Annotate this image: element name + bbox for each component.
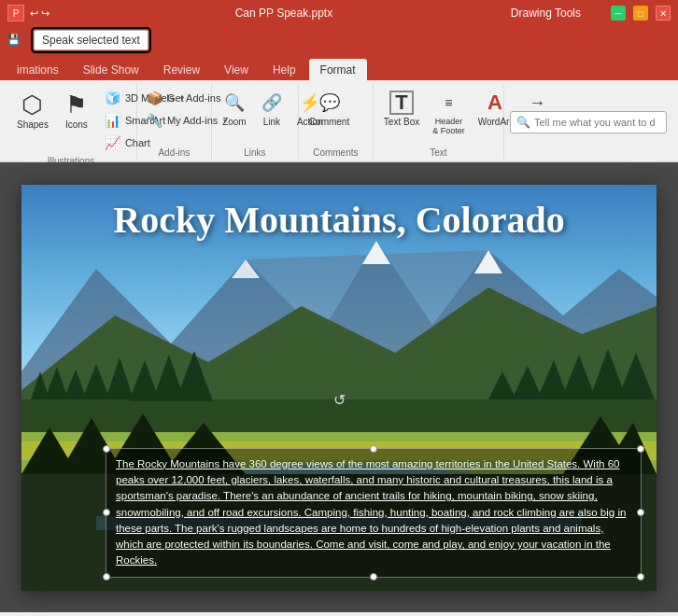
- ribbon-search-area: 🔍: [504, 84, 672, 160]
- link-button[interactable]: 🔗 Link: [255, 88, 289, 130]
- title-bar: P ↩ ↪ Can PP Speak.pptx Drawing Tools ─ …: [0, 0, 678, 26]
- slide-area: Rocky Mountains, Colorado ↺ The Rocky Mo…: [0, 162, 678, 612]
- links-label: Links: [218, 147, 292, 158]
- search-input[interactable]: [534, 117, 663, 128]
- tab-help[interactable]: Help: [261, 59, 307, 80]
- search-icon: 🔍: [516, 116, 530, 129]
- close-button[interactable]: ✕: [656, 6, 671, 21]
- ribbon-group-links: 🔍 Zoom 🔗 Link ⚡ Action Links: [212, 84, 299, 160]
- document-title: Can PP Speak.pptx: [57, 7, 511, 20]
- comments-label: Comments: [304, 147, 367, 158]
- search-box[interactable]: 🔍: [510, 111, 667, 133]
- slide-body-text: The Rocky Mountains have 360 degree view…: [116, 458, 626, 567]
- icons-icon: ⚑: [65, 91, 87, 119]
- chart-icon: 📈: [105, 134, 121, 151]
- drawing-tools-title: Drawing Tools: [511, 7, 581, 20]
- save-icon[interactable]: 💾: [6, 31, 22, 48]
- handle-bottom-center[interactable]: [370, 573, 377, 581]
- maximize-button[interactable]: □: [633, 6, 648, 21]
- tab-format[interactable]: Format: [309, 59, 367, 80]
- header-footer-icon: ≡: [436, 91, 460, 115]
- header-footer-button[interactable]: ≡ Header& Footer: [428, 88, 470, 138]
- window-controls: ─ □ ✕: [611, 6, 671, 21]
- minimize-button[interactable]: ─: [611, 6, 626, 21]
- ribbon-group-illustrations: ⬡ Shapes ⚑ Icons 🧊 3D Models ▾ 📊 SmartAr…: [6, 84, 137, 160]
- ribbon-group-addins: 📦 Get Add-ins 🔧 My Add-ins ▾ Add-ins: [137, 84, 212, 160]
- rotate-handle[interactable]: ↺: [333, 391, 346, 409]
- handle-top-right[interactable]: [637, 445, 644, 453]
- link-icon: 🔗: [260, 91, 284, 115]
- handle-middle-left[interactable]: [103, 509, 110, 516]
- tab-view[interactable]: View: [213, 59, 260, 80]
- handle-bottom-left[interactable]: [103, 573, 110, 581]
- comment-icon: 💬: [318, 91, 342, 115]
- handle-top-left[interactable]: [103, 445, 110, 453]
- textbox-button[interactable]: T Text Box: [379, 88, 424, 130]
- smartart-icon: 📊: [105, 112, 121, 129]
- slide-title[interactable]: Rocky Mountains, Colorado: [21, 198, 657, 242]
- my-addins-icon: 🔧: [147, 112, 163, 129]
- get-addins-icon: 📦: [147, 90, 163, 106]
- quick-access-icons: ↩ ↪: [30, 7, 49, 20]
- ribbon-group-comments: 💬 Comment Comments: [299, 84, 374, 160]
- comment-button[interactable]: 💬 Comment: [304, 88, 354, 130]
- quick-access-bar: 💾 Speak selected text: [0, 26, 678, 52]
- slide-textbox[interactable]: The Rocky Mountains have 360 degree view…: [106, 448, 642, 578]
- textbox-icon: T: [389, 91, 414, 115]
- speak-selected-tooltip[interactable]: Speak selected text: [34, 30, 148, 50]
- addins-label: Add-ins: [143, 147, 205, 158]
- tab-review[interactable]: Review: [152, 59, 211, 80]
- ribbon: ⬡ Shapes ⚑ Icons 🧊 3D Models ▾ 📊 SmartAr…: [0, 80, 678, 162]
- zoom-button[interactable]: 🔍 Zoom: [218, 88, 251, 130]
- 3d-models-icon: 🧊: [105, 90, 121, 106]
- handle-bottom-right[interactable]: [637, 573, 644, 581]
- app-icon: P: [7, 5, 24, 21]
- ribbon-tabs: imations Slide Show Review View Help For…: [0, 52, 678, 80]
- shapes-button[interactable]: ⬡ Shapes: [11, 88, 54, 133]
- tab-animations[interactable]: imations: [6, 59, 70, 80]
- icons-button[interactable]: ⚑ Icons: [56, 88, 97, 133]
- text-label: Text: [379, 147, 498, 158]
- handle-top-center[interactable]: [370, 445, 377, 453]
- slide[interactable]: Rocky Mountains, Colorado ↺ The Rocky Mo…: [21, 185, 657, 591]
- tab-slideshow[interactable]: Slide Show: [72, 59, 150, 80]
- zoom-icon: 🔍: [222, 91, 247, 115]
- comments-items: 💬 Comment: [304, 86, 354, 145]
- shapes-icon: ⬡: [21, 91, 43, 119]
- ribbon-group-text: T Text Box ≡ Header& Footer A WordArt → …: [374, 84, 504, 160]
